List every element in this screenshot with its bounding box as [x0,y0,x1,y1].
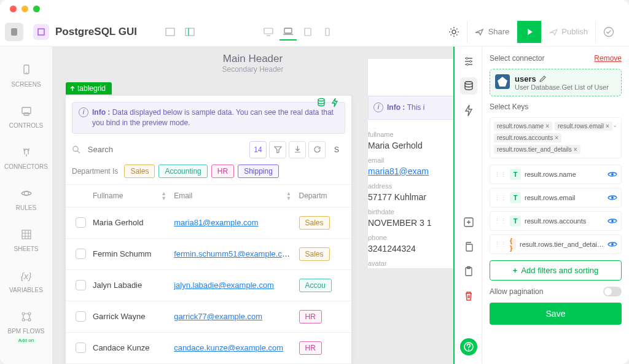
key-card-label: result.rows.name [525,171,576,178]
device-laptop-icon[interactable] [279,23,297,41]
nav-connectors[interactable]: CONNECTORS [0,140,52,174]
save-button[interactable]: Save [490,303,622,325]
row-checkbox[interactable] [76,249,86,259]
sample-data-info: i Info : Data displayed below is sample … [72,102,345,134]
key-tag[interactable]: result.rows.accounts × [494,133,561,142]
table-row[interactable]: Fermin Schumm fermin.schumm51@example.co… [66,239,351,270]
svg-point-11 [452,30,456,34]
copy-icon [463,241,474,252]
filter-chip-hr[interactable]: HR [211,165,234,178]
email-link[interactable]: garrick77@example.com [174,312,262,321]
svg-point-28 [318,99,324,101]
window-zoom-dot[interactable] [33,6,40,12]
tablegrid-control[interactable]: tablegrid i Info : Data displayed below … [66,96,351,364]
email-link[interactable]: jalyn.labadie@example.com [174,281,274,290]
refresh-button[interactable] [308,141,326,158]
table-row[interactable]: Maria Gerhold maria81@example.com Sales [66,207,351,239]
remove-key-icon[interactable]: × [555,134,558,141]
cell-email: maria81@example.com [170,218,295,227]
email-link[interactable]: candace.kunze@example.com [174,343,283,352]
row-checkbox[interactable] [76,343,86,353]
side-clipboard[interactable] [460,263,477,280]
nav-sheets-label: SHEETS [14,246,38,252]
settings-button[interactable] [441,21,467,43]
detail-email-value[interactable]: maria81@exam [368,166,429,176]
nav-controls[interactable]: CONTROLS [0,99,52,133]
publish-button[interactable]: Publish [541,21,595,43]
edit-icon[interactable] [539,76,546,83]
nav-rules[interactable]: RULES [0,181,52,215]
filter-button[interactable] [269,141,286,158]
remove-key-icon[interactable]: × [574,146,577,153]
row-checkbox[interactable] [76,280,86,290]
window-minimize-dot[interactable] [21,6,28,12]
keys-multiselect[interactable]: ⌄ result.rows.name ×result.rows.email ×r… [490,117,622,158]
drag-handle-icon[interactable]: ⋮⋮ [494,194,506,202]
device-tablet-icon[interactable] [299,23,316,41]
add-filters-button[interactable]: + Add filters and sorting [490,260,622,281]
row-checkbox[interactable] [76,217,86,228]
row-count[interactable]: 14 [249,141,267,158]
refresh-icon [313,145,321,153]
remove-connector[interactable]: Remove [594,54,622,63]
svg-point-26 [22,319,25,321]
side-sliders[interactable] [460,53,477,70]
nav-screens[interactable]: SCREENS [0,58,52,91]
email-link[interactable]: fermin.schumm51@example.co… [174,249,294,258]
col-department[interactable]: Departm [295,192,352,200]
filter-chip-sales[interactable]: Sales [124,165,155,178]
remove-key-icon[interactable]: × [545,123,549,130]
visibility-icon[interactable] [608,171,617,178]
nav-variables[interactable]: {x} VARIABLES [0,263,52,297]
side-bolt[interactable] [460,102,477,119]
key-card[interactable]: ⋮⋮ T result.rows.email [490,188,622,207]
layout-single-icon[interactable] [162,23,179,41]
device-desktop-icon[interactable] [260,23,277,41]
side-copy[interactable] [460,238,477,255]
side-add[interactable] [460,214,477,231]
share-button[interactable]: Share [467,21,517,43]
download-button[interactable] [289,141,306,158]
remove-key-icon[interactable]: × [606,123,609,130]
email-link[interactable]: maria81@example.com [174,218,258,227]
table-row[interactable]: Garrick Wayne garrick77@example.com HR [66,301,351,333]
drag-handle-icon[interactable]: ⋮⋮ [494,217,506,225]
s-button[interactable]: S [328,141,345,158]
key-card[interactable]: ⋮⋮ T result.rows.name [490,165,622,184]
check-button[interactable] [595,21,622,43]
filter-chip-accounting[interactable]: Accounting [158,165,207,178]
key-tag[interactable]: result.rows.email × [555,122,612,131]
device-phone-icon[interactable] [319,23,336,41]
window-close-dot[interactable] [10,6,17,12]
search-input[interactable] [85,141,247,158]
col-email[interactable]: Email▲▼ [170,191,295,201]
svg-point-14 [26,72,27,73]
dept-filter-label: Department Is [72,167,118,176]
svg-rect-10 [326,28,329,36]
svg-rect-19 [22,230,31,239]
nav-bpm-flows[interactable]: BPM FLOWS Add on [0,304,52,347]
side-database[interactable] [460,77,477,95]
drag-handle-icon[interactable]: ⋮⋮ [494,171,506,179]
connector-box[interactable]: users User Database.Get List of User [490,69,622,96]
table-row[interactable]: Jalyn Labadie jalyn.labadie@example.com … [66,270,351,301]
drag-handle-icon[interactable]: ⋮⋮ [494,241,506,249]
row-checkbox[interactable] [76,311,86,322]
filter-chip-shipping[interactable]: Shipping [238,165,279,178]
pagination-toggle[interactable] [603,287,622,296]
key-card[interactable]: ⋮⋮ T result.rows.accounts [490,211,622,231]
visibility-icon[interactable] [608,241,617,248]
visibility-icon[interactable] [608,194,617,201]
visibility-icon[interactable] [608,217,617,225]
col-fullname[interactable]: Fullname▲▼ [89,191,170,201]
key-tag[interactable]: result.rows.tier_and_details × [494,145,580,154]
key-card[interactable]: ⋮⋮ { } result.rows.tier_and_detai… [490,234,622,254]
table-row[interactable]: Candace Kunze candace.kunze@example.com … [66,333,351,364]
side-delete[interactable] [460,287,477,304]
preview-button[interactable] [517,21,541,43]
side-help[interactable] [460,338,477,355]
layout-split-icon[interactable] [181,23,198,41]
key-tag[interactable]: result.rows.name × [494,122,552,131]
nav-sheets[interactable]: SHEETS [0,222,52,256]
check-circle-icon [603,26,614,37]
